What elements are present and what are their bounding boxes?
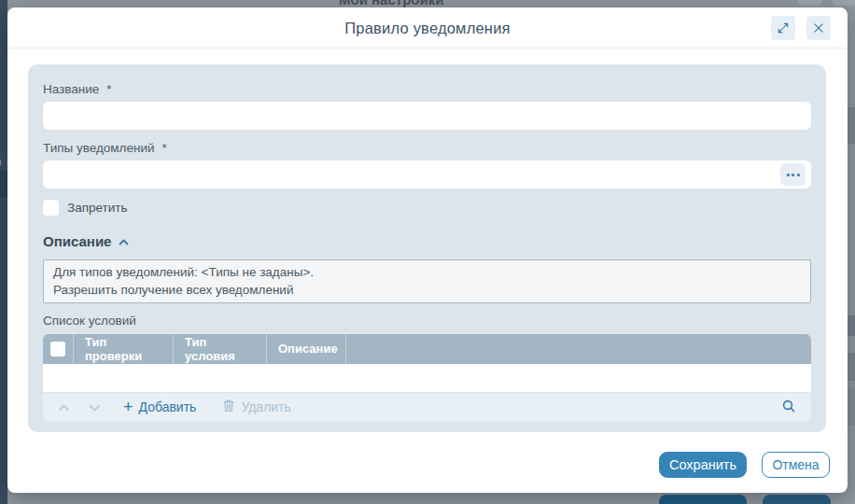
deny-checkbox-label[interactable]: Запретить	[67, 201, 127, 215]
background-row-hint	[848, 315, 855, 336]
column-header-empty	[346, 334, 811, 364]
sidebar-text-fragment: н	[0, 126, 7, 137]
background-close-icon	[833, 0, 855, 6]
form-panel: Название * Типы уведомлений * Запретить …	[28, 64, 826, 432]
notification-rule-dialog: Правило уведомления Название * Типы увед…	[7, 7, 848, 493]
deny-checkbox[interactable]	[43, 200, 59, 216]
background-row-hint	[848, 107, 855, 144]
close-icon	[812, 21, 825, 35]
background-dialog-bottom-edge	[7, 493, 855, 504]
background-cancel-button-dimmed	[763, 495, 831, 504]
types-picker-button[interactable]	[780, 163, 806, 186]
description-readonly-box: Для типов уведомлений: <Типы не заданы>.…	[43, 259, 811, 303]
description-section-toggle[interactable]: Описание	[43, 232, 129, 249]
table-toolbar: + Добавить Удалить	[43, 392, 811, 422]
chevron-up-icon	[58, 400, 70, 414]
background-dialog-right-edge	[848, 7, 855, 504]
sidebar-text-fragment: м	[0, 156, 7, 167]
conditions-list-label: Список условий	[43, 314, 811, 328]
dialog-header: Правило уведомления	[7, 7, 848, 49]
expand-dialog-button[interactable]	[771, 16, 795, 40]
chevron-down-icon	[89, 400, 101, 414]
background-expand-icon	[798, 0, 822, 6]
expand-icon	[777, 21, 790, 35]
background-dialog-header: Мои настройки	[7, 0, 855, 7]
search-button[interactable]	[781, 399, 796, 416]
background-save-button-dimmed	[659, 495, 747, 504]
ellipsis-icon	[792, 174, 794, 176]
name-field-label: Название *	[43, 64, 811, 96]
required-mark: *	[106, 82, 111, 96]
cancel-button[interactable]: Отмена	[762, 452, 830, 478]
sidebar-text-fragment: и	[0, 48, 7, 59]
move-down-button[interactable]	[87, 400, 102, 414]
name-input[interactable]	[43, 102, 811, 130]
empty-table-body	[43, 364, 811, 392]
sidebar-text-fragment: е	[0, 479, 7, 490]
description-section-title: Описание	[43, 233, 111, 249]
move-up-button[interactable]	[56, 400, 71, 414]
add-condition-button[interactable]: + Добавить	[123, 399, 196, 414]
required-mark: *	[162, 141, 167, 155]
dialog-footer: Сохранить Отмена	[659, 452, 830, 478]
delete-button-label: Удалить	[241, 399, 290, 414]
types-input[interactable]	[43, 161, 811, 189]
conditions-table-header: Тип проверки Тип условия Описание	[43, 334, 811, 364]
background-row-hint	[848, 353, 855, 381]
delete-condition-button[interactable]: Удалить	[222, 399, 290, 415]
close-dialog-button[interactable]	[806, 16, 831, 40]
ellipsis-icon	[787, 174, 790, 176]
sidebar-text-fragment: я	[0, 21, 7, 32]
header-checkbox-cell	[43, 334, 74, 364]
ellipsis-icon	[797, 174, 800, 176]
column-header-description: Описание	[267, 334, 346, 364]
types-input-wrap	[43, 161, 811, 189]
plus-icon: +	[123, 400, 133, 413]
types-label-text: Типы уведомлений	[43, 141, 155, 155]
background-row-hint	[848, 387, 855, 426]
background-dialog-title: Мои настройки	[339, 0, 443, 7]
conditions-table: Тип проверки Тип условия Описание	[43, 334, 811, 422]
dialog-title: Правило уведомления	[7, 7, 848, 49]
chevron-up-icon	[119, 232, 129, 249]
search-icon	[781, 399, 796, 416]
background-app-sidebar: я и н м ь з е	[0, 0, 7, 504]
add-button-label: Добавить	[139, 399, 197, 414]
name-label-text: Название	[43, 82, 99, 96]
trash-icon	[222, 399, 235, 415]
types-field-label: Типы уведомлений *	[43, 141, 811, 155]
sidebar-text-fragment: ь	[0, 178, 7, 189]
deny-checkbox-row[interactable]: Запретить	[43, 199, 811, 216]
select-all-checkbox[interactable]	[50, 342, 65, 357]
column-header-check-type: Тип проверки	[74, 334, 174, 364]
sidebar-text-fragment: з	[0, 268, 7, 279]
save-button[interactable]: Сохранить	[659, 452, 747, 478]
column-header-condition-type: Тип условия	[174, 334, 267, 364]
